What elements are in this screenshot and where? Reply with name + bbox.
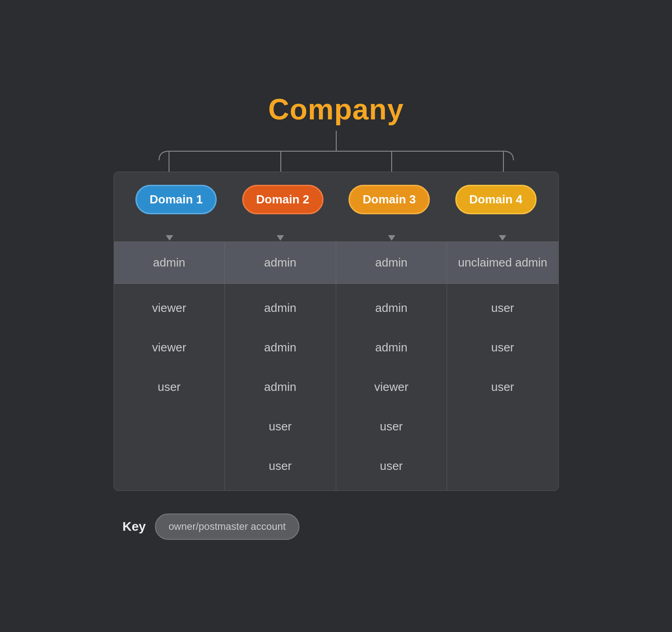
arrow-cell-1 bbox=[114, 223, 225, 242]
arrow-down-2 bbox=[277, 235, 284, 241]
domain-cell-4: Domain 4 bbox=[443, 185, 549, 214]
member-cell-3-4: user bbox=[336, 446, 447, 486]
key-label: Key bbox=[123, 519, 146, 534]
member-cell-1-2: user bbox=[114, 367, 225, 407]
admin-cell-3: admin bbox=[336, 242, 448, 283]
member-cell-2-4: user bbox=[225, 446, 336, 486]
member-cell-1-1: viewer bbox=[114, 328, 225, 367]
arrow-down-1 bbox=[166, 235, 173, 241]
member-col-4: user user user bbox=[447, 284, 558, 490]
domain-badge-4: Domain 4 bbox=[455, 185, 537, 214]
member-cell-3-1: admin bbox=[336, 328, 447, 367]
key-section: Key owner/postmaster account bbox=[123, 514, 299, 540]
member-cell-2-3: user bbox=[225, 407, 336, 446]
domain-cell-3: Domain 3 bbox=[336, 185, 443, 214]
member-cell-3-3: user bbox=[336, 407, 447, 446]
domains-row: Domain 1 Domain 2 Domain 3 Domain 4 bbox=[114, 172, 558, 223]
domain-badge-3: Domain 3 bbox=[348, 185, 430, 214]
member-cell-3-2: viewer bbox=[336, 367, 447, 407]
admin-row: admin admin admin unclaimed admin bbox=[114, 242, 558, 284]
arrow-cell-3 bbox=[336, 223, 448, 242]
arrow-cell-4 bbox=[447, 223, 558, 242]
arrows-row bbox=[114, 223, 558, 242]
member-cell-3-0: admin bbox=[336, 288, 447, 328]
member-cell-2-2: admin bbox=[225, 367, 336, 407]
key-badge: owner/postmaster account bbox=[155, 514, 299, 540]
members-grid: viewer viewer user admin admin admin use… bbox=[114, 284, 558, 490]
arrow-down-4 bbox=[499, 235, 506, 241]
member-cell-4-0: user bbox=[447, 288, 558, 328]
member-cell-1-0: viewer bbox=[114, 288, 225, 328]
admin-cell-2: admin bbox=[225, 242, 336, 283]
domain-badge-1: Domain 1 bbox=[135, 185, 217, 214]
member-col-2: admin admin admin user user bbox=[225, 284, 336, 490]
domain-cell-1: Domain 1 bbox=[123, 185, 230, 214]
arrow-cell-2 bbox=[225, 223, 336, 242]
tree-connector-wrapper bbox=[114, 131, 559, 172]
member-cell-2-0: admin bbox=[225, 288, 336, 328]
domain-cell-2: Domain 2 bbox=[229, 185, 336, 214]
admin-cell-1: admin bbox=[114, 242, 225, 283]
arrow-down-3 bbox=[388, 235, 395, 241]
member-cell-4-1: user bbox=[447, 328, 558, 367]
grid-wrapper: Domain 1 Domain 2 Domain 3 Domain 4 admi… bbox=[114, 172, 559, 491]
member-col-3: admin admin viewer user user bbox=[336, 284, 448, 490]
company-title: Company bbox=[268, 93, 404, 126]
admin-cell-4: unclaimed admin bbox=[447, 242, 558, 283]
member-col-1: viewer viewer user bbox=[114, 284, 225, 490]
tree-connector-svg bbox=[114, 131, 559, 172]
member-cell-4-2: user bbox=[447, 367, 558, 407]
main-container: Company Domain 1 Domain 2 bbox=[86, 93, 586, 540]
member-cell-2-1: admin bbox=[225, 328, 336, 367]
domain-badge-2: Domain 2 bbox=[242, 185, 324, 214]
